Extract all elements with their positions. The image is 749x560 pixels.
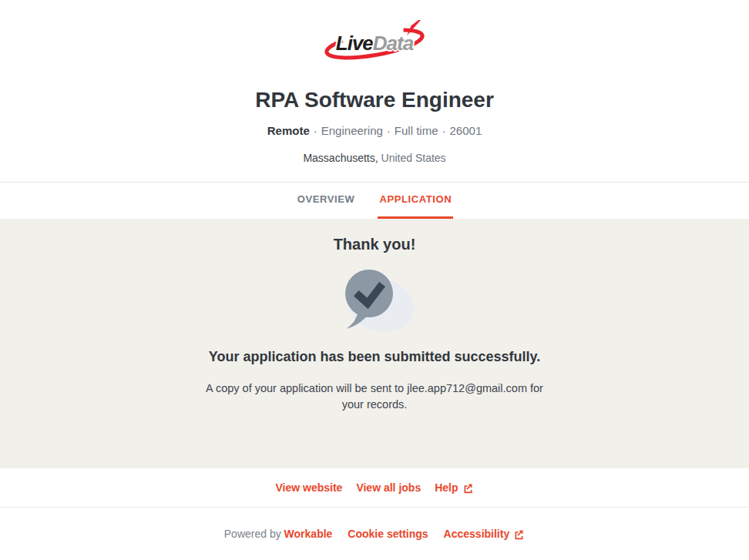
thank-you-heading: Thank you!	[0, 236, 749, 253]
view-website-link[interactable]: View website	[275, 481, 342, 494]
tab-bar: OVERVIEW APPLICATION	[0, 182, 749, 219]
cookie-settings-link[interactable]: Cookie settings	[348, 528, 428, 540]
external-link-icon	[513, 528, 525, 540]
success-icon-wrap	[0, 263, 749, 340]
company-links-footer: View website View all jobs Help	[0, 468, 749, 507]
confirmation-section: Thank you! Your application has been sub…	[0, 219, 749, 468]
workable-link[interactable]: Workable	[284, 528, 333, 540]
view-all-jobs-link[interactable]: View all jobs	[356, 481, 421, 494]
meta-separator: ·	[442, 124, 446, 137]
help-link[interactable]: Help	[435, 481, 473, 494]
job-header: LiveData RPA Software Engineer Remote·En…	[0, 0, 749, 182]
meta-separator: ·	[387, 124, 391, 137]
job-country: United States	[381, 152, 446, 164]
job-region: Massachusetts,	[303, 152, 378, 164]
powered-by-text: Powered by Workable	[224, 528, 333, 540]
job-meta: Remote·Engineering·Full time·26001	[0, 124, 749, 137]
logo-text-live: Live	[336, 32, 373, 55]
job-department: Engineering	[321, 124, 383, 137]
tab-overview[interactable]: OVERVIEW	[296, 183, 357, 219]
help-link-label: Help	[435, 481, 458, 494]
note-prefix: A copy of your application will be sent …	[206, 382, 407, 394]
logo-wordmark: LiveData	[313, 32, 436, 55]
tab-application[interactable]: APPLICATION	[378, 183, 453, 219]
logo-text-data: Data	[373, 32, 413, 55]
job-code: 26001	[450, 124, 482, 137]
powered-by-bar: Powered by Workable Cookie settings Acce…	[0, 507, 749, 560]
accessibility-link[interactable]: Accessibility	[444, 528, 526, 540]
job-location: Massachusetts, United States	[0, 152, 749, 164]
success-message: Your application has been submitted succ…	[0, 349, 749, 365]
email-note: A copy of your application will be sent …	[200, 381, 549, 413]
company-logo[interactable]: LiveData	[313, 20, 436, 65]
job-employment-type: Full time	[395, 124, 438, 137]
meta-separator: ·	[314, 124, 317, 137]
speech-bubble-checkmark-icon	[334, 263, 415, 337]
applicant-email: jlee.app712@gmail.com	[407, 382, 527, 394]
job-workplace: Remote	[267, 124, 310, 137]
external-link-icon	[462, 482, 474, 494]
job-title: RPA Software Engineer	[0, 88, 749, 112]
accessibility-label: Accessibility	[444, 528, 510, 540]
powered-by-label: Powered by	[224, 528, 281, 540]
